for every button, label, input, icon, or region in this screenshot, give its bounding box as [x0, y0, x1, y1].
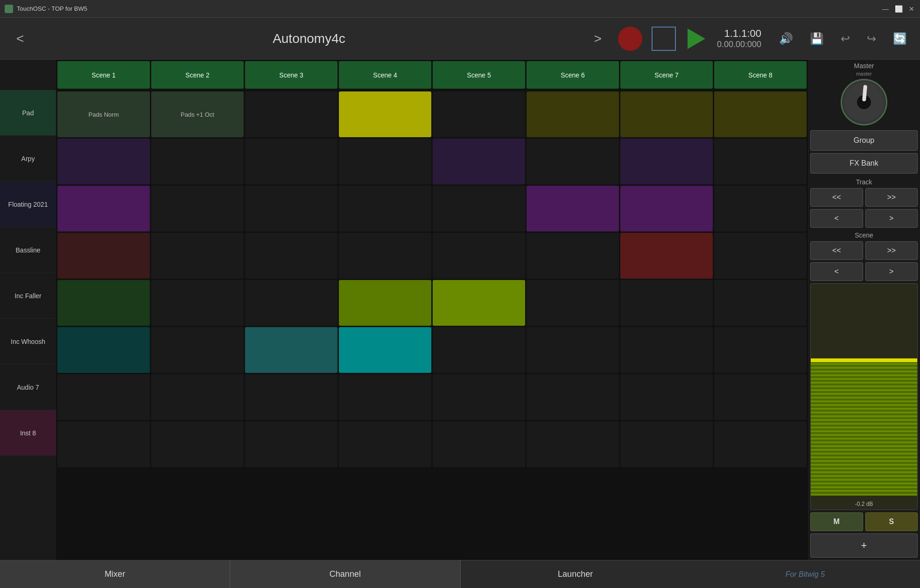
clip-pad-2[interactable]: Pads +1 Oct: [151, 91, 244, 137]
clip-pad-8[interactable]: [714, 91, 807, 137]
fx-bank-button[interactable]: FX Bank: [810, 153, 918, 174]
clip-pad-5[interactable]: [433, 91, 525, 137]
clip-arpy-2[interactable]: [151, 139, 244, 184]
clip-audio7-5[interactable]: [433, 374, 525, 420]
clip-floating-7[interactable]: [620, 186, 713, 231]
clip-bassline-8[interactable]: [714, 233, 807, 279]
clip-bassline-1[interactable]: [57, 233, 150, 279]
clip-pad-4[interactable]: [339, 91, 431, 137]
volume-fader[interactable]: -0.2 dB: [810, 283, 918, 510]
clip-pad-3[interactable]: [245, 91, 337, 137]
clip-arpy-6[interactable]: [527, 139, 619, 184]
minimize-button[interactable]: —: [882, 5, 889, 13]
clip-inc-faller-7[interactable]: [620, 280, 713, 326]
clip-inc-whoosh-2[interactable]: [151, 327, 244, 373]
clip-bassline-4[interactable]: [339, 233, 431, 279]
group-button[interactable]: Group: [810, 130, 918, 151]
clip-floating-3[interactable]: [245, 186, 337, 231]
maximize-button[interactable]: ⬜: [895, 5, 902, 13]
clip-inst8-4[interactable]: [339, 421, 431, 467]
scene-4-button[interactable]: Scene 4: [339, 61, 431, 89]
stop-button[interactable]: [652, 27, 676, 51]
track-label-pad[interactable]: Pad: [0, 90, 56, 136]
clip-inc-whoosh-4[interactable]: [339, 327, 431, 373]
clip-arpy-8[interactable]: [714, 139, 807, 184]
refresh-icon[interactable]: 🔄: [889, 28, 911, 49]
clip-inst8-1[interactable]: [57, 421, 150, 467]
track-next-button[interactable]: >: [865, 209, 918, 228]
clip-audio7-8[interactable]: [714, 374, 807, 420]
scene-2-button[interactable]: Scene 2: [151, 61, 244, 89]
mute-button[interactable]: M: [810, 512, 863, 531]
prev-project-button[interactable]: <: [9, 28, 31, 50]
clip-inst8-3[interactable]: [245, 421, 337, 467]
clip-inst8-5[interactable]: [433, 421, 525, 467]
next-project-button[interactable]: >: [587, 28, 609, 50]
scene-1-button[interactable]: Scene 1: [57, 61, 150, 89]
clip-inc-whoosh-8[interactable]: [714, 327, 807, 373]
clip-arpy-3[interactable]: [245, 139, 337, 184]
clip-inc-faller-2[interactable]: [151, 280, 244, 326]
clip-inc-whoosh-7[interactable]: [620, 327, 713, 373]
clip-audio7-6[interactable]: [527, 374, 619, 420]
clip-audio7-4[interactable]: [339, 374, 431, 420]
scene-6-button[interactable]: Scene 6: [527, 61, 619, 89]
record-button[interactable]: [618, 27, 642, 51]
redo-icon[interactable]: ↪: [863, 28, 880, 49]
clip-floating-6[interactable]: [527, 186, 619, 231]
clip-floating-1[interactable]: [57, 186, 150, 231]
master-knob[interactable]: [841, 79, 887, 126]
play-button[interactable]: [688, 28, 705, 49]
track-label-inc-whoosh[interactable]: Inc Whoosh: [0, 319, 56, 364]
clip-inst8-6[interactable]: [527, 421, 619, 467]
clip-bassline-3[interactable]: [245, 233, 337, 279]
clip-inc-faller-6[interactable]: [527, 280, 619, 326]
clip-audio7-3[interactable]: [245, 374, 337, 420]
clip-arpy-7[interactable]: [620, 139, 713, 184]
clip-inst8-8[interactable]: [714, 421, 807, 467]
sound-icon[interactable]: 🔊: [775, 28, 797, 49]
add-button[interactable]: +: [810, 533, 918, 558]
scene-3-button[interactable]: Scene 3: [245, 61, 337, 89]
clip-inc-faller-1[interactable]: [57, 280, 150, 326]
clip-inc-whoosh-5[interactable]: [433, 327, 525, 373]
clip-pad-6[interactable]: [527, 91, 619, 137]
track-label-audio7[interactable]: Audio 7: [0, 364, 56, 410]
clip-bassline-7[interactable]: [620, 233, 713, 279]
scene-7-button[interactable]: Scene 7: [620, 61, 713, 89]
clip-inst8-7[interactable]: [620, 421, 713, 467]
clip-audio7-1[interactable]: [57, 374, 150, 420]
track-prev-prev-button[interactable]: <<: [810, 188, 863, 207]
clip-inc-whoosh-6[interactable]: [527, 327, 619, 373]
clip-bassline-2[interactable]: [151, 233, 244, 279]
scene-next-next-button[interactable]: >>: [865, 241, 918, 260]
track-label-floating[interactable]: Floating 2021: [0, 182, 56, 227]
scene-5-button[interactable]: Scene 5: [433, 61, 525, 89]
track-label-inc-faller[interactable]: Inc Faller: [0, 273, 56, 319]
clip-inc-faller-4[interactable]: [339, 280, 431, 326]
clip-bassline-5[interactable]: [433, 233, 525, 279]
clip-arpy-4[interactable]: [339, 139, 431, 184]
undo-icon[interactable]: ↩: [837, 28, 854, 49]
clip-audio7-7[interactable]: [620, 374, 713, 420]
scene-prev-prev-button[interactable]: <<: [810, 241, 863, 260]
track-label-arpy[interactable]: Arpy: [0, 136, 56, 182]
mixer-button[interactable]: Mixer: [0, 560, 230, 588]
solo-button[interactable]: S: [865, 512, 918, 531]
track-prev-button[interactable]: <: [810, 209, 863, 228]
clip-floating-4[interactable]: [339, 186, 431, 231]
clip-inc-faller-5[interactable]: [433, 280, 525, 326]
channel-button[interactable]: Channel: [230, 560, 460, 588]
scene-8-button[interactable]: Scene 8: [714, 61, 807, 89]
track-label-bassline[interactable]: Bassline: [0, 227, 56, 273]
clip-arpy-1[interactable]: [57, 139, 150, 184]
close-button[interactable]: ✕: [908, 5, 915, 13]
clip-pad-1[interactable]: Pads Norm: [57, 91, 150, 137]
clip-floating-5[interactable]: [433, 186, 525, 231]
scene-next-button[interactable]: >: [865, 262, 918, 281]
clip-pad-7[interactable]: [620, 91, 713, 137]
clip-arpy-5[interactable]: [433, 139, 525, 184]
clip-audio7-2[interactable]: [151, 374, 244, 420]
track-next-next-button[interactable]: >>: [865, 188, 918, 207]
track-label-inst8[interactable]: Inst 8: [0, 410, 56, 456]
